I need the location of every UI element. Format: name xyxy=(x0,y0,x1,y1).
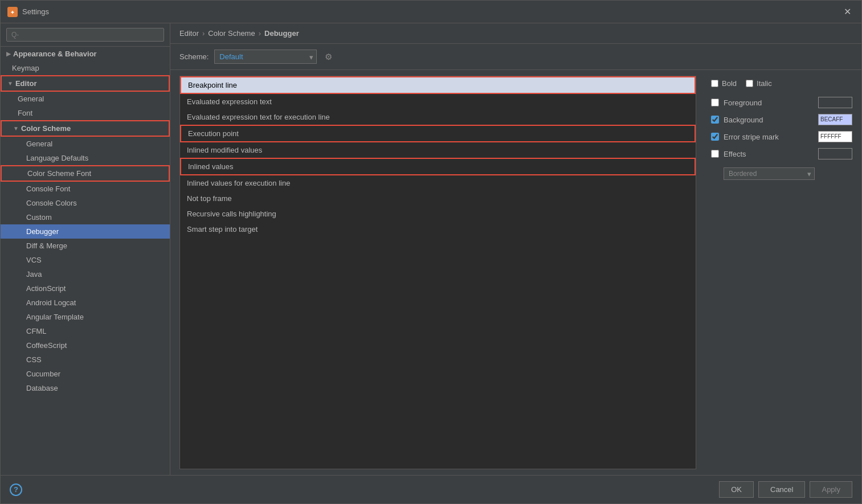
bottom-buttons: OK Cancel Apply xyxy=(719,481,852,498)
sidebar-item-console-font[interactable]: Console Font xyxy=(1,182,170,196)
sidebar-item-actionscript[interactable]: ActionScript xyxy=(1,281,170,296)
effects-dropdown-wrap: Bordered Underscored Bold underscored Do… xyxy=(724,167,852,180)
list-item-inlined-values[interactable]: Inlined values xyxy=(180,158,696,175)
scheme-select-wrap: Default Darcula High contrast Monokai xyxy=(214,50,317,64)
close-button[interactable]: ✕ xyxy=(840,5,855,18)
list-item-breakpoint-line[interactable]: Breakpoint line xyxy=(180,76,696,94)
sidebar-item-language-defaults[interactable]: Language Defaults xyxy=(1,151,170,165)
foreground-swatch[interactable] xyxy=(818,97,852,108)
sidebar-item-cs-font[interactable]: Color Scheme Font xyxy=(1,165,170,182)
chevron-icon: ▶ xyxy=(6,51,11,57)
sidebar-item-cs-general[interactable]: General xyxy=(1,137,170,151)
error-stripe-checkbox[interactable] xyxy=(711,133,719,141)
italic-checkbox[interactable] xyxy=(746,80,753,87)
sidebar-item-angular-template[interactable]: Angular Template xyxy=(1,310,170,324)
list-item-eval-expr-exec[interactable]: Evaluated expression text for execution … xyxy=(180,109,696,125)
list-item-recursive-calls[interactable]: Recursive calls highlighting xyxy=(180,206,696,222)
sidebar-item-color-scheme[interactable]: ▼ Color Scheme xyxy=(1,120,170,137)
foreground-row: Foreground xyxy=(711,97,852,108)
cancel-button[interactable]: Cancel xyxy=(758,481,805,498)
sidebar-item-cfml[interactable]: CFML xyxy=(1,324,170,338)
list-item-not-top-frame[interactable]: Not top frame xyxy=(180,191,696,206)
sidebar: ▶ Appearance & Behavior Keymap ▼ Editor … xyxy=(1,23,170,475)
bold-checkbox[interactable] xyxy=(711,80,718,87)
italic-label: Italic xyxy=(757,79,772,88)
options-panel: Bold Italic Foreground xyxy=(702,70,861,475)
sidebar-item-vcs[interactable]: VCS xyxy=(1,253,170,267)
sidebar-item-cucumber[interactable]: Cucumber xyxy=(1,367,170,381)
foreground-checkbox[interactable] xyxy=(711,99,719,106)
bold-italic-row: Bold Italic xyxy=(711,79,852,88)
list-item-execution-point[interactable]: Execution point xyxy=(180,125,696,142)
breadcrumb: Editor › Color Scheme › Debugger xyxy=(170,23,861,44)
background-checkbox[interactable] xyxy=(711,116,719,124)
scheme-bar: Scheme: Default Darcula High contrast Mo… xyxy=(170,44,861,70)
bottom-bar: ? OK Cancel Apply xyxy=(1,475,861,503)
scheme-select[interactable]: Default Darcula High contrast Monokai xyxy=(214,50,317,64)
right-panel: Editor › Color Scheme › Debugger Scheme:… xyxy=(170,23,861,475)
panel-body: Breakpoint line Evaluated expression tex… xyxy=(170,70,861,475)
error-stripe-color-text: FFFFFF xyxy=(819,133,841,140)
effects-dropdown-container: Bordered Underscored Bold underscored Do… xyxy=(724,167,815,180)
app-icon: ✦ xyxy=(7,7,18,17)
sidebar-item-android-logcat[interactable]: Android Logcat xyxy=(1,296,170,310)
effects-swatch[interactable] xyxy=(818,148,852,159)
list-item-inlined-modified[interactable]: Inlined modified values xyxy=(180,142,696,158)
search-box xyxy=(1,23,170,47)
debugger-items-list: Breakpoint line Evaluated expression tex… xyxy=(179,76,696,469)
gear-button[interactable]: ⚙ xyxy=(322,51,334,63)
list-item-eval-expr[interactable]: Evaluated expression text xyxy=(180,94,696,109)
sidebar-item-coffeescript[interactable]: CoffeeScript xyxy=(1,338,170,353)
breadcrumb-sep-1: › xyxy=(202,29,205,38)
background-row: Background BECAFF xyxy=(711,114,852,125)
sidebar-item-general[interactable]: General xyxy=(1,92,170,106)
sidebar-item-font[interactable]: Font xyxy=(1,106,170,120)
titlebar: ✦ Settings ✕ xyxy=(1,1,861,23)
help-button[interactable]: ? xyxy=(10,483,22,496)
svg-text:✦: ✦ xyxy=(10,10,15,15)
bold-item: Bold xyxy=(711,79,737,88)
titlebar-left: ✦ Settings xyxy=(7,7,49,17)
error-stripe-label: Error stripe mark xyxy=(724,133,779,141)
sidebar-item-css[interactable]: CSS xyxy=(1,353,170,367)
main-content: ▶ Appearance & Behavior Keymap ▼ Editor … xyxy=(1,23,861,475)
sidebar-item-java[interactable]: Java xyxy=(1,267,170,281)
sidebar-item-editor[interactable]: ▼ Editor xyxy=(1,75,170,92)
sidebar-item-database[interactable]: Database xyxy=(1,381,170,395)
breadcrumb-sep-2: › xyxy=(259,29,261,38)
effects-dropdown[interactable]: Bordered Underscored Bold underscored Do… xyxy=(724,167,815,180)
breadcrumb-debugger: Debugger xyxy=(264,29,299,38)
chevron-icon: ▼ xyxy=(13,125,19,132)
chevron-icon: ▼ xyxy=(7,80,13,87)
sidebar-item-diff-merge[interactable]: Diff & Merge xyxy=(1,239,170,253)
effects-label: Effects xyxy=(724,150,746,158)
settings-dialog: ✦ Settings ✕ ▶ Appearance & Behavior Key… xyxy=(0,0,862,504)
ok-button[interactable]: OK xyxy=(719,481,754,498)
sidebar-item-console-colors[interactable]: Console Colors xyxy=(1,196,170,210)
background-swatch[interactable]: BECAFF xyxy=(818,114,852,125)
bold-label: Bold xyxy=(722,79,737,88)
sidebar-item-keymap[interactable]: Keymap xyxy=(1,61,170,75)
italic-item: Italic xyxy=(746,79,772,88)
effects-checkbox[interactable] xyxy=(711,150,719,158)
effects-row: Effects xyxy=(711,148,852,159)
sidebar-item-debugger[interactable]: Debugger xyxy=(1,224,170,239)
list-item-inlined-values-exec[interactable]: Inlined values for execution line xyxy=(180,175,696,191)
sidebar-item-appearance[interactable]: ▶ Appearance & Behavior xyxy=(1,47,170,61)
error-stripe-swatch[interactable]: FFFFFF xyxy=(818,131,852,142)
dialog-title: Settings xyxy=(22,7,49,16)
breadcrumb-color-scheme: Color Scheme xyxy=(208,29,255,38)
sidebar-item-custom[interactable]: Custom xyxy=(1,210,170,224)
foreground-label: Foreground xyxy=(724,99,762,107)
breadcrumb-editor: Editor xyxy=(179,29,199,38)
background-color-text: BECAFF xyxy=(819,116,843,122)
search-input[interactable] xyxy=(6,28,164,42)
background-label: Background xyxy=(724,116,763,124)
error-stripe-row: Error stripe mark FFFFFF xyxy=(711,131,852,142)
list-item-smart-step[interactable]: Smart step into target xyxy=(180,222,696,237)
scheme-label: Scheme: xyxy=(179,52,209,61)
apply-button[interactable]: Apply xyxy=(810,481,852,498)
